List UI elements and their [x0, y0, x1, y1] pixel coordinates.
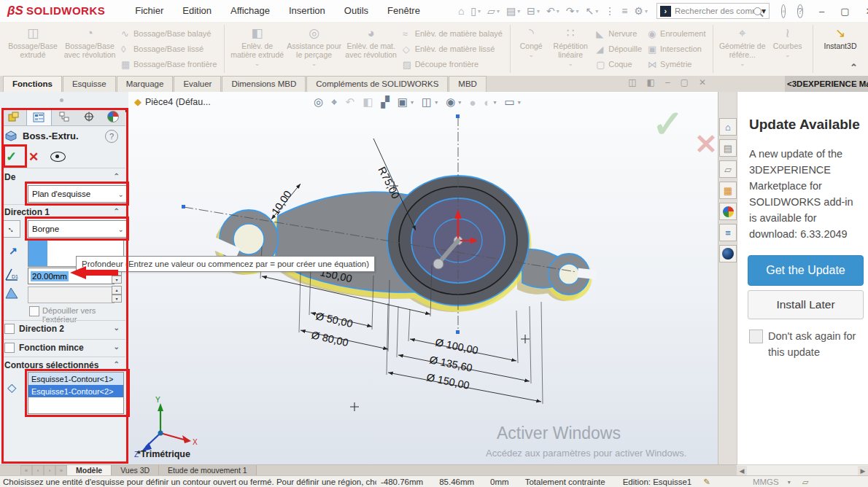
tab-configuration-manager[interactable]: [52, 108, 77, 125]
caret-icon[interactable]: ▾: [458, 99, 461, 106]
doc-close-button[interactable]: ✕: [699, 77, 706, 87]
dropdown-caret-icon[interactable]: ▾: [478, 8, 481, 15]
ribbon-wrap[interactable]: ◉Enroulement: [648, 28, 705, 39]
panel-drag-handle[interactable]: [60, 98, 63, 102]
file-explorer-icon[interactable]: ▱: [719, 160, 737, 178]
tab-dimensions-mbd[interactable]: Dimensions MBD: [222, 76, 306, 92]
section-direction1[interactable]: Direction 1: [4, 207, 50, 217]
ribbon-extruded-boss[interactable]: ◫ Bossage/Base extrudé: [4, 23, 61, 75]
pm-help-icon[interactable]: ?: [105, 130, 118, 143]
ribbon-boundary-boss[interactable]: ▦Bossage/Base frontière: [121, 59, 217, 70]
task-pane-scrollbar[interactable]: ◀ ▶: [737, 464, 868, 476]
units-indicator[interactable]: MMGS: [753, 478, 779, 486]
appearances-icon[interactable]: [719, 203, 737, 220]
confirmation-cancel-ghost-icon[interactable]: ✕: [694, 128, 718, 160]
tab-marquage[interactable]: Marquage: [117, 76, 174, 92]
end-condition-dropdown[interactable]: Borgne ⌄: [28, 220, 128, 238]
draft-outward-checkbox[interactable]: [29, 306, 39, 316]
dim-dia50[interactable]: Ø 50,00: [314, 310, 354, 330]
ribbon-shell[interactable]: ▢Coque: [596, 59, 642, 70]
section-de[interactable]: De: [4, 172, 15, 182]
ribbon-hole-wizard[interactable]: ◎ Assistance pour le perçage ⌄: [286, 23, 343, 75]
redo-icon[interactable]: ↷: [566, 5, 575, 17]
dropdown-caret-icon[interactable]: ▾: [576, 8, 578, 15]
caret-icon[interactable]: ▾: [435, 99, 438, 106]
caret-icon[interactable]: ▾: [411, 99, 414, 106]
options-gear-icon[interactable]: ⚙: [634, 5, 643, 17]
menu-outils[interactable]: Outils: [335, 0, 378, 22]
search-input[interactable]: Rechercher des comm: [675, 7, 753, 15]
caret-icon[interactable]: ▾: [518, 99, 521, 106]
tag-icon[interactable]: ▱: [802, 477, 809, 487]
spinner-down-icon[interactable]: ▾: [112, 276, 122, 284]
tab-modele[interactable]: Modèle: [67, 465, 112, 476]
ribbon-reference-geometry[interactable]: ⌖ Géométrie de référe... ⌄: [718, 23, 767, 75]
ribbon-draft[interactable]: ◢Dépouille: [596, 44, 642, 55]
section-view-icon[interactable]: ◧: [363, 96, 373, 109]
tab-evaluer[interactable]: Evaluer: [174, 76, 221, 92]
open-icon[interactable]: ▱: [487, 5, 495, 17]
restore-button[interactable]: ▢: [840, 6, 849, 17]
selected-contours-list[interactable]: Esquisse1-Contour<1> Esquisse1-Contour<2…: [28, 372, 124, 414]
3dexperience-icon[interactable]: [719, 245, 737, 262]
section-direction2[interactable]: Direction 2: [19, 324, 64, 334]
ribbon-collapse-icon[interactable]: ⌃: [850, 62, 858, 73]
confirmation-check-ghost-icon[interactable]: ✓: [652, 102, 684, 146]
thin-feature-checkbox[interactable]: [4, 343, 15, 353]
install-later-button[interactable]: Install Later: [748, 290, 864, 319]
caret-icon[interactable]: ▾: [494, 99, 497, 106]
close-button[interactable]: ✕: [865, 6, 868, 17]
tab-display-manager[interactable]: [101, 108, 125, 125]
doc-restore-button[interactable]: ▢: [681, 77, 689, 87]
dim-dia100[interactable]: Ø 100,00: [434, 336, 479, 357]
custom-properties-icon[interactable]: ≡: [719, 224, 737, 241]
draft-value-field[interactable]: [28, 287, 115, 303]
draft-spinner[interactable]: ▴ ▾: [112, 286, 122, 303]
tab-fonctions[interactable]: Fonctions: [3, 76, 62, 92]
dropdown-caret-icon[interactable]: ▾: [595, 8, 598, 15]
spinner-up-icon[interactable]: ▴: [112, 286, 122, 295]
menu-fenetre[interactable]: Fenêtre: [378, 0, 430, 22]
feature-tree-node[interactable]: ◆ Pièce4 (Défau...: [134, 96, 211, 107]
section-dir2-chevron-icon[interactable]: ⌄: [114, 324, 120, 332]
zoom-to-area-icon[interactable]: ⌖: [331, 96, 337, 109]
section-thin-feature[interactable]: Fonction mince: [19, 343, 84, 353]
menu-fichier[interactable]: Fichier: [125, 0, 173, 22]
minimize-button[interactable]: –: [819, 6, 824, 17]
section-selected-contours[interactable]: Contours sélectionnés: [4, 360, 98, 370]
ribbon-revolved-boss[interactable]: ◔ Bossage/Base avec révolution: [61, 23, 118, 75]
doc-minimize-button[interactable]: –: [665, 77, 670, 87]
previous-view-icon[interactable]: ↶: [346, 96, 355, 109]
reverse-direction-button[interactable]: ↔: [3, 220, 20, 238]
pin-menu-icon[interactable]: [432, 9, 436, 13]
undo-icon[interactable]: ↶: [546, 5, 555, 17]
command-search[interactable]: › Rechercher des comm ▾: [656, 3, 770, 19]
view-orientation-icon[interactable]: ▣: [398, 96, 408, 109]
select-icon[interactable]: ↖: [585, 5, 594, 17]
ribbon-lofted-cut[interactable]: ◇Enlèv. de matière lissé: [403, 44, 503, 55]
design-library-icon[interactable]: ▤: [719, 139, 737, 157]
tab-vues-3d[interactable]: Vues 3D: [112, 465, 159, 476]
previous-tab-icon[interactable]: ‹: [32, 465, 44, 476]
section-contours-chevron-icon[interactable]: ⌃: [114, 360, 120, 368]
right-hole[interactable]: [559, 264, 579, 284]
preview-eye-icon[interactable]: [50, 152, 66, 162]
tab-mbd[interactable]: MBD: [449, 76, 487, 92]
apply-scene-icon[interactable]: ◐: [484, 96, 490, 109]
ribbon-swept-boss[interactable]: ∿Bossage/Base balayé: [121, 28, 217, 39]
dim-dia135[interactable]: Ø 135,60: [428, 354, 473, 374]
sketch-plane-dropdown[interactable]: Plan d'esquisse ⌄: [28, 185, 128, 203]
last-tab-icon[interactable]: »: [55, 465, 67, 476]
dropdown-caret-icon[interactable]: ▾: [517, 8, 520, 15]
selection-filter-icon[interactable]: ⋮: [605, 5, 615, 17]
dont-ask-checkbox[interactable]: [749, 330, 763, 343]
zoom-to-fit-icon[interactable]: ◎: [314, 96, 323, 109]
ribbon-fillet[interactable]: ◝ Congé ⌄: [514, 23, 548, 75]
user-account-icon[interactable]: ◦: [781, 4, 786, 18]
save-icon[interactable]: ▤: [506, 5, 516, 17]
display-style-icon[interactable]: ◫: [422, 96, 432, 109]
ribbon-curves[interactable]: ≀ Courbes ⌄: [767, 23, 808, 75]
spinner-down-icon[interactable]: ▾: [112, 295, 122, 303]
help-icon[interactable]: ?: [797, 4, 803, 18]
home-icon[interactable]: ⌂: [458, 5, 464, 17]
